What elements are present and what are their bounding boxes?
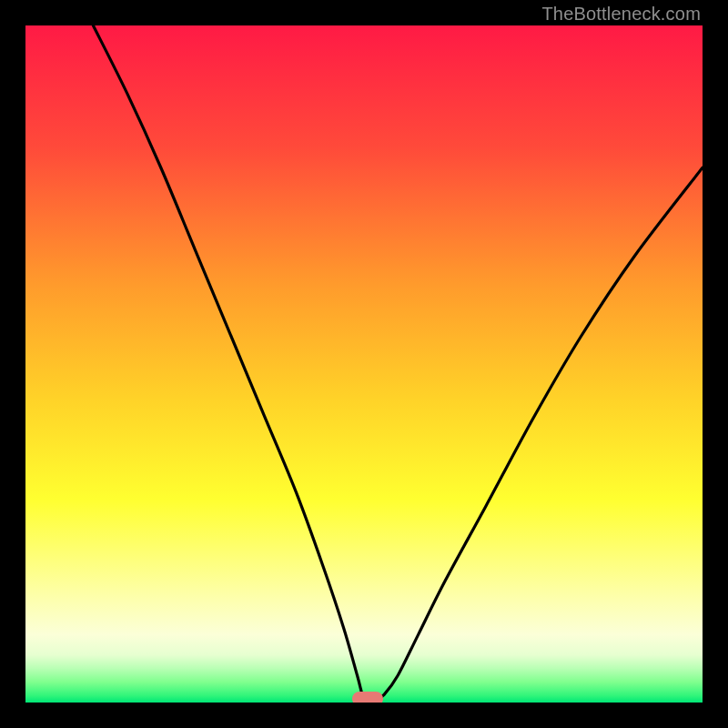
optimal-point-marker <box>352 692 383 703</box>
bottleneck-curve <box>25 25 703 703</box>
watermark-text: TheBottleneck.com <box>541 4 701 25</box>
plot-area <box>25 25 703 703</box>
chart-container: TheBottleneck.com <box>0 0 728 728</box>
